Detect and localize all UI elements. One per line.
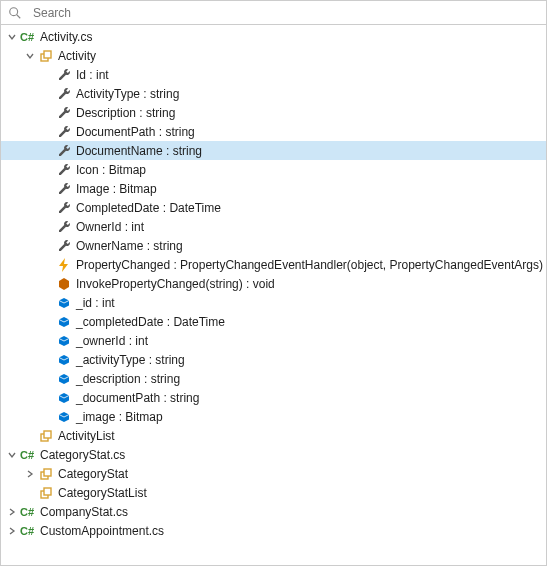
tree-label: CategoryStat	[58, 467, 128, 481]
tree-label: _documentPath : string	[76, 391, 199, 405]
tree-row[interactable]: PropertyChanged : PropertyChangedEventHa…	[1, 255, 546, 274]
class-icon	[38, 428, 54, 444]
tree-row[interactable]: _activityType : string	[1, 350, 546, 369]
expander-none	[41, 68, 55, 82]
tree-label: Id : int	[76, 68, 109, 82]
tree-row[interactable]: OwnerId : int	[1, 217, 546, 236]
tree-row[interactable]: OwnerName : string	[1, 236, 546, 255]
svg-text:C#: C#	[20, 449, 34, 461]
tree-label: DocumentPath : string	[76, 125, 195, 139]
expander-none	[41, 258, 55, 272]
tree-label: CategoryStatList	[58, 486, 147, 500]
expander-none	[41, 353, 55, 367]
csharp-file-icon: C#	[20, 447, 36, 463]
tree-label: Icon : Bitmap	[76, 163, 146, 177]
tree-label: CustomAppointment.cs	[40, 524, 164, 538]
tree-row[interactable]: _ownerId : int	[1, 331, 546, 350]
property-icon	[56, 86, 72, 102]
property-icon	[56, 124, 72, 140]
tree-label: OwnerId : int	[76, 220, 144, 234]
tree-label: CategoryStat.cs	[40, 448, 125, 462]
tree-row[interactable]: ActivityType : string	[1, 84, 546, 103]
expander-none	[23, 486, 37, 500]
csharp-file-icon: C#	[20, 523, 36, 539]
tree-row[interactable]: _documentPath : string	[1, 388, 546, 407]
field-icon	[56, 409, 72, 425]
property-icon	[56, 200, 72, 216]
tree-row[interactable]: C#CustomAppointment.cs	[1, 521, 546, 540]
property-icon	[56, 143, 72, 159]
tree-label: _activityType : string	[76, 353, 185, 367]
expander-none	[41, 144, 55, 158]
tree-row[interactable]: C#CategoryStat.cs	[1, 445, 546, 464]
tree-row[interactable]: C#Activity.cs	[1, 27, 546, 46]
expander-closed-icon[interactable]	[5, 505, 19, 519]
expander-none	[41, 391, 55, 405]
tree-row[interactable]: Description : string	[1, 103, 546, 122]
property-icon	[56, 238, 72, 254]
tree-label: CompletedDate : DateTime	[76, 201, 221, 215]
tree-row[interactable]: Icon : Bitmap	[1, 160, 546, 179]
tree-label: InvokePropertyChanged(string) : void	[76, 277, 275, 291]
property-icon	[56, 181, 72, 197]
svg-rect-4	[44, 51, 51, 58]
tree-row[interactable]: InvokePropertyChanged(string) : void	[1, 274, 546, 293]
field-icon	[56, 352, 72, 368]
tree-label: ActivityList	[58, 429, 115, 443]
expander-none	[41, 372, 55, 386]
tree-row[interactable]: ActivityList	[1, 426, 546, 445]
tree-label: ActivityType : string	[76, 87, 179, 101]
expander-none	[41, 201, 55, 215]
svg-line-1	[17, 14, 21, 18]
tree-row[interactable]: Activity	[1, 46, 546, 65]
expander-closed-icon[interactable]	[5, 524, 19, 538]
tree-row[interactable]: Id : int	[1, 65, 546, 84]
svg-text:C#: C#	[20, 525, 34, 537]
tree-label: Activity.cs	[40, 30, 92, 44]
tree-row[interactable]: C#CompanyStat.cs	[1, 502, 546, 521]
tree-label: _ownerId : int	[76, 334, 148, 348]
expander-open-icon[interactable]	[23, 49, 37, 63]
expander-none	[41, 296, 55, 310]
tree-label: Description : string	[76, 106, 175, 120]
tree-row[interactable]: _id : int	[1, 293, 546, 312]
tree-row[interactable]: _image : Bitmap	[1, 407, 546, 426]
search-input[interactable]	[31, 5, 540, 21]
expander-none	[41, 315, 55, 329]
property-icon	[56, 105, 72, 121]
field-icon	[56, 333, 72, 349]
csharp-file-icon: C#	[20, 29, 36, 45]
field-icon	[56, 295, 72, 311]
expander-none	[41, 334, 55, 348]
svg-rect-6	[44, 431, 51, 438]
tree-label: _image : Bitmap	[76, 410, 163, 424]
tree-row[interactable]: Image : Bitmap	[1, 179, 546, 198]
tree-row[interactable]: _completedDate : DateTime	[1, 312, 546, 331]
tree-row[interactable]: CategoryStatList	[1, 483, 546, 502]
tree-label: OwnerName : string	[76, 239, 183, 253]
class-icon	[38, 485, 54, 501]
property-icon	[56, 67, 72, 83]
tree-row[interactable]: CategoryStat	[1, 464, 546, 483]
class-icon	[38, 466, 54, 482]
expander-closed-icon[interactable]	[23, 467, 37, 481]
expander-open-icon[interactable]	[5, 30, 19, 44]
method-icon	[56, 276, 72, 292]
class-icon	[38, 48, 54, 64]
expander-none	[41, 220, 55, 234]
search-bar	[1, 1, 546, 25]
tree-row[interactable]: _description : string	[1, 369, 546, 388]
expander-none	[41, 239, 55, 253]
svg-rect-11	[44, 488, 51, 495]
tree-label: CompanyStat.cs	[40, 505, 128, 519]
tree-row[interactable]: CompletedDate : DateTime	[1, 198, 546, 217]
property-icon	[56, 219, 72, 235]
expander-open-icon[interactable]	[5, 448, 19, 462]
search-icon	[7, 5, 23, 21]
tree-row[interactable]: DocumentPath : string	[1, 122, 546, 141]
expander-none	[41, 87, 55, 101]
tree-label: Activity	[58, 49, 96, 63]
tree-row[interactable]: DocumentName : string	[1, 141, 546, 160]
field-icon	[56, 371, 72, 387]
expander-none	[41, 182, 55, 196]
